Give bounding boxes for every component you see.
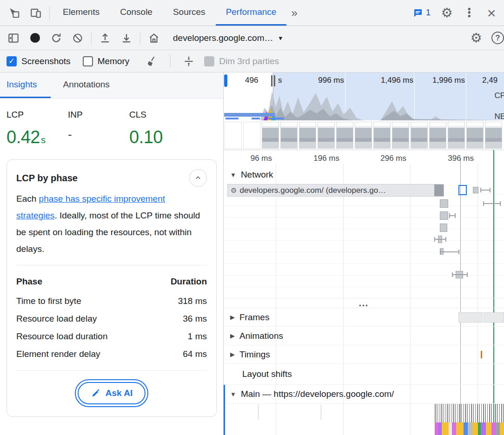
screenshot-thumbnail[interactable] <box>466 122 484 149</box>
check-icon: ✓ <box>8 57 14 66</box>
page-selector-dropdown[interactable]: developers.google.com… ▾ <box>173 33 282 43</box>
timing-marker[interactable] <box>481 351 482 358</box>
network-request-bar[interactable] <box>440 199 448 208</box>
request-whisker <box>449 215 456 216</box>
show-hidden-tracks-button[interactable]: … <box>224 298 504 308</box>
home-button[interactable] <box>143 32 165 44</box>
track-timings[interactable]: ▶ Timings <box>224 345 504 364</box>
memory-checkbox[interactable] <box>83 56 93 66</box>
network-request-bar[interactable] <box>440 211 448 220</box>
network-request-bar[interactable] <box>473 187 478 193</box>
metric-inp: INP - <box>68 110 129 147</box>
card-header: LCP by phase <box>16 169 207 187</box>
tab-console[interactable]: Console <box>110 0 163 26</box>
record-button[interactable] <box>24 33 46 43</box>
issues-count: 1 <box>426 8 431 18</box>
main-menu-button[interactable]: ⋮ <box>458 6 480 20</box>
screenshot-thumbnail[interactable] <box>243 122 260 149</box>
screenshot-thumbnail[interactable] <box>318 122 335 149</box>
dim-3rd-parties-checkbox[interactable] <box>204 56 214 66</box>
help-button[interactable]: ? <box>491 32 504 44</box>
phase-name: Element render delay <box>16 349 100 359</box>
block-icon <box>72 33 83 44</box>
track-animations[interactable]: ▶ Animations <box>224 327 504 345</box>
more-tabs-button[interactable]: » <box>286 0 302 26</box>
flame-chart-tasks[interactable] <box>435 404 504 422</box>
page-selector-value: developers.google.com… <box>173 33 273 43</box>
frame-block[interactable] <box>484 312 504 323</box>
phase-name: Resource load delay <box>16 314 97 324</box>
tab-performance[interactable]: Performance <box>216 0 287 26</box>
track-main-label: Main — https://developers.google.com/ <box>241 389 394 399</box>
screenshot-thumbnail[interactable] <box>336 122 353 149</box>
collect-garbage-button[interactable] <box>141 55 163 67</box>
phase-duration: 318 ms <box>178 296 207 306</box>
download-profile-button[interactable] <box>116 32 137 44</box>
network-request-bar[interactable] <box>440 224 447 232</box>
screenshot-thumbnail[interactable] <box>280 122 298 149</box>
selected-track-indicator <box>224 385 225 435</box>
screenshot-thumbnail[interactable] <box>392 122 409 149</box>
triangle-expanded-icon: ▼ <box>230 171 236 178</box>
phase-table-header: Phase Duration <box>16 273 207 292</box>
metric-value: 0.10 <box>129 127 163 147</box>
issues-counter-button[interactable]: 1 <box>408 7 435 19</box>
track-frames[interactable]: ▶ Frames <box>224 308 504 327</box>
screenshot-thumbnail[interactable] <box>225 122 242 149</box>
upload-icon <box>99 32 111 44</box>
capture-settings-button[interactable]: ⚙ <box>465 32 487 45</box>
collapse-card-button[interactable] <box>189 169 207 187</box>
close-devtools-button[interactable]: × <box>481 6 502 20</box>
screenshot-thumbnail[interactable] <box>373 122 391 149</box>
collapse-tracks-button[interactable] <box>178 55 199 67</box>
main-flame-chart[interactable] <box>224 404 504 435</box>
toggle-sidebar-button[interactable] <box>3 32 24 44</box>
phase-duration: 1 ms <box>188 331 207 342</box>
track-network-header[interactable]: ▼ Network <box>224 167 504 183</box>
upload-profile-button[interactable] <box>94 32 116 44</box>
timeline-overview[interactable]: 496 s 996 ms 1,496 ms 1,996 ms 2,49 CP N… <box>224 72 504 150</box>
tab-elements[interactable]: Elements <box>53 0 110 26</box>
card-title: LCP by phase <box>16 173 78 184</box>
screenshots-checkbox[interactable]: ✓ <box>7 56 17 66</box>
inspect-element-button[interactable] <box>4 0 25 26</box>
clear-recording-button[interactable] <box>67 33 88 44</box>
sidebar-tabs: Insights Annotations <box>0 72 223 99</box>
track-layout-shifts[interactable]: Layout shifts <box>224 364 504 385</box>
phase-name: Time to first byte <box>16 296 81 306</box>
question-mark-icon: ? <box>495 33 500 43</box>
track-main-header[interactable]: ▼ Main — https://developers.google.com/ <box>224 385 504 404</box>
window-right-handle[interactable] <box>270 75 277 86</box>
ruler-label: 196 ms <box>313 154 339 163</box>
reload-and-record-button[interactable] <box>46 32 67 44</box>
flame-chart-activity[interactable] <box>435 422 504 435</box>
network-request-bar[interactable]: ⚙ developers.google.com/ (developers.go… <box>227 184 444 197</box>
screenshot-thumbnail[interactable] <box>262 122 279 149</box>
message-bubble-icon <box>412 7 424 19</box>
triangle-expanded-icon: ▼ <box>230 391 236 398</box>
screenshot-thumbnail[interactable] <box>411 122 428 149</box>
window-left-handle[interactable] <box>224 74 227 87</box>
device-toolbar-button[interactable] <box>25 0 46 26</box>
devtools-tabbar: Elements Console Sources Performance » 1… <box>0 0 504 26</box>
overview-time-label: 996 ms <box>318 76 344 85</box>
tab-annotations[interactable]: Annotations <box>51 72 121 98</box>
frame-block[interactable] <box>458 312 483 323</box>
screenshot-thumbnail[interactable] <box>448 122 465 149</box>
tab-sources[interactable]: Sources <box>163 0 216 26</box>
network-request-bar[interactable] <box>458 185 467 195</box>
screenshot-thumbnail[interactable] <box>485 122 502 149</box>
screenshot-thumbnail[interactable] <box>299 122 316 149</box>
ask-ai-button[interactable]: Ask AI <box>78 382 146 404</box>
performance-timeline: 496 s 996 ms 1,496 ms 1,996 ms 2,49 CP N… <box>224 72 504 435</box>
device-toolbar-icon <box>30 7 42 19</box>
track-layout-shifts-label: Layout shifts <box>242 369 292 379</box>
divider <box>140 32 140 45</box>
overview-strip[interactable]: 496 s 996 ms 1,496 ms 1,996 ms 2,49 CP N… <box>224 72 504 120</box>
screenshot-thumbnail[interactable] <box>429 122 446 149</box>
network-overview-bar <box>224 113 275 117</box>
settings-button[interactable]: ⚙ <box>436 7 458 20</box>
screenshot-thumbnail[interactable] <box>355 122 372 149</box>
ruler-label: 296 ms <box>380 154 406 163</box>
tab-insights[interactable]: Insights <box>0 72 51 98</box>
